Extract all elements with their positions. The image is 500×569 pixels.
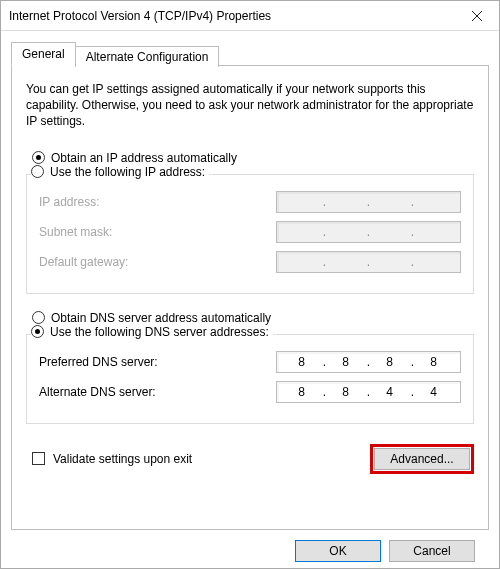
radio-ip-manual-label: Use the following IP address: — [50, 165, 205, 179]
checkbox-icon — [32, 452, 45, 465]
tab-strip: General Alternate Configuration — [11, 41, 489, 65]
radio-ip-auto-label: Obtain an IP address automatically — [51, 151, 237, 165]
row-preferred-dns: Preferred DNS server: 8. 8. 8. 8 — [39, 351, 461, 373]
row-subnet: Subnet mask: . . . — [39, 221, 461, 243]
radio-icon — [32, 311, 45, 324]
validate-label: Validate settings upon exit — [53, 452, 192, 466]
ok-button[interactable]: OK — [295, 540, 381, 562]
radio-icon — [31, 325, 44, 338]
title-bar: Internet Protocol Version 4 (TCP/IPv4) P… — [1, 1, 499, 31]
ip-fieldset: Use the following IP address: IP address… — [26, 174, 474, 294]
ip-address-label: IP address: — [39, 195, 99, 209]
advanced-button[interactable]: Advanced... — [374, 448, 470, 470]
tab-general-label: General — [22, 47, 65, 61]
cancel-button[interactable]: Cancel — [389, 540, 475, 562]
tab-filler — [219, 65, 489, 66]
close-button[interactable] — [454, 1, 499, 30]
properties-dialog: Internet Protocol Version 4 (TCP/IPv4) P… — [0, 0, 500, 569]
subnet-input: . . . — [276, 221, 461, 243]
row-gateway: Default gateway: . . . — [39, 251, 461, 273]
dialog-footer: OK Cancel — [11, 530, 489, 562]
subnet-label: Subnet mask: — [39, 225, 112, 239]
row-ip-address: IP address: . . . — [39, 191, 461, 213]
general-panel: You can get IP settings assigned automat… — [11, 65, 489, 530]
dialog-body: General Alternate Configuration You can … — [1, 31, 499, 568]
tab-alternate-label: Alternate Configuration — [86, 50, 209, 64]
radio-ip-auto[interactable]: Obtain an IP address automatically — [26, 151, 474, 165]
window-title: Internet Protocol Version 4 (TCP/IPv4) P… — [9, 9, 271, 23]
radio-icon — [31, 165, 44, 178]
intro-text: You can get IP settings assigned automat… — [26, 81, 474, 130]
gateway-label: Default gateway: — [39, 255, 128, 269]
radio-dns-auto[interactable]: Obtain DNS server address automatically — [26, 311, 474, 325]
tab-alternate[interactable]: Alternate Configuration — [75, 46, 220, 67]
dns-fieldset: Use the following DNS server addresses: … — [26, 334, 474, 424]
advanced-highlight: Advanced... — [370, 444, 474, 474]
row-alternate-dns: Alternate DNS server: 8. 8. 4. 4 — [39, 381, 461, 403]
preferred-dns-label: Preferred DNS server: — [39, 355, 158, 369]
validate-checkbox[interactable]: Validate settings upon exit — [26, 452, 192, 466]
radio-ip-manual[interactable]: Use the following IP address: — [31, 165, 209, 179]
gateway-input: . . . — [276, 251, 461, 273]
tab-general[interactable]: General — [11, 42, 76, 66]
ip-address-input: . . . — [276, 191, 461, 213]
radio-dns-manual-label: Use the following DNS server addresses: — [50, 325, 269, 339]
radio-dns-manual[interactable]: Use the following DNS server addresses: — [31, 325, 273, 339]
bottom-row: Validate settings upon exit Advanced... — [26, 444, 474, 474]
alternate-dns-label: Alternate DNS server: — [39, 385, 156, 399]
close-icon — [472, 11, 482, 21]
preferred-dns-input[interactable]: 8. 8. 8. 8 — [276, 351, 461, 373]
radio-icon — [32, 151, 45, 164]
alternate-dns-input[interactable]: 8. 8. 4. 4 — [276, 381, 461, 403]
radio-dns-auto-label: Obtain DNS server address automatically — [51, 311, 271, 325]
